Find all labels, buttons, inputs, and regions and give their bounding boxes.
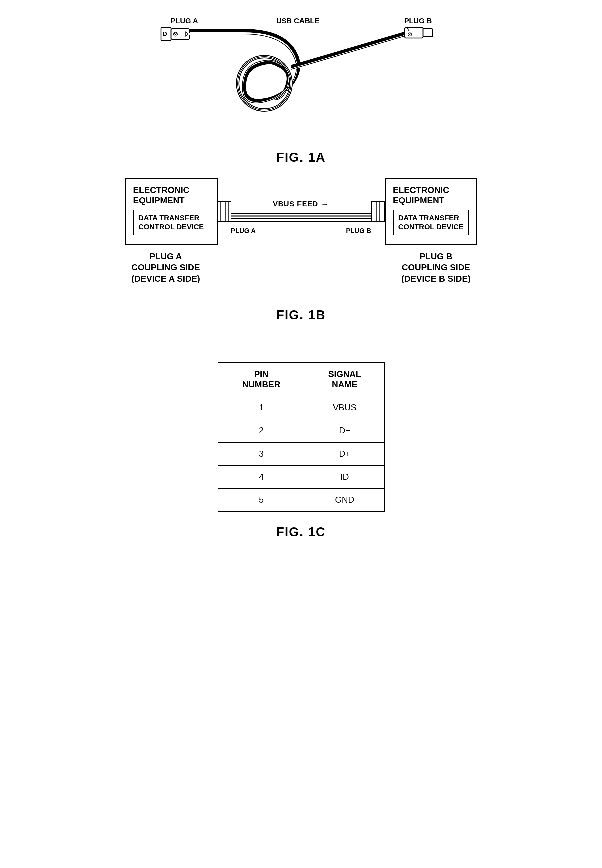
right-data-transfer-box: DATA TRANSFERCONTROL DEVICE bbox=[393, 209, 469, 235]
right-equipment-box: ELECTRONICEQUIPMENT DATA TRANSFERCONTROL… bbox=[384, 178, 477, 245]
pin-number-cell: 1 bbox=[218, 396, 305, 419]
fig1c-section: PINNUMBER SIGNALNAME 1VBUS2D−3D+4ID5GND … bbox=[0, 362, 602, 539]
fig1a-section: PLUG A USB CABLE PLUG B D ⊗ bbox=[0, 13, 602, 165]
pin-number-cell: 4 bbox=[218, 465, 305, 488]
pin-number-cell: 2 bbox=[218, 419, 305, 442]
svg-marker-7 bbox=[186, 32, 189, 36]
fig1b-label: FIG. 1B bbox=[276, 308, 326, 322]
svg-rect-14 bbox=[423, 29, 432, 37]
pin-number-cell: 3 bbox=[218, 442, 305, 465]
svg-text:D: D bbox=[163, 31, 167, 37]
signal-name-cell: D− bbox=[305, 419, 384, 442]
table-row: 4ID bbox=[218, 465, 384, 488]
signal-name-cell: D+ bbox=[305, 442, 384, 465]
pin-table: PINNUMBER SIGNALNAME 1VBUS2D−3D+4ID5GND bbox=[218, 362, 384, 512]
signal-name-cell: ID bbox=[305, 465, 384, 488]
svg-text:⊗: ⊗ bbox=[173, 30, 178, 38]
svg-text:⊗: ⊗ bbox=[407, 31, 412, 38]
left-equipment-box: ELECTRONICEQUIPMENT DATA TRANSFERCONTROL… bbox=[125, 178, 218, 245]
signal-name-cell: GND bbox=[305, 488, 384, 511]
plug-b-label-below: PLUG B bbox=[346, 227, 371, 235]
svg-rect-15 bbox=[218, 201, 231, 221]
fig1a-label: FIG. 1A bbox=[276, 150, 326, 165]
signal-name-cell: VBUS bbox=[305, 396, 384, 419]
table-row: 2D− bbox=[218, 419, 384, 442]
table-row: 1VBUS bbox=[218, 396, 384, 419]
table-row: 3D+ bbox=[218, 442, 384, 465]
col-pin-header: PINNUMBER bbox=[218, 363, 305, 396]
svg-text:USB CABLE: USB CABLE bbox=[276, 17, 319, 25]
fig1a-diagram: PLUG A USB CABLE PLUG B D ⊗ bbox=[151, 13, 451, 140]
table-row: 5GND bbox=[218, 488, 384, 511]
cable-lines bbox=[231, 210, 371, 223]
vbus-feed-label: VBUS FEED → bbox=[273, 199, 329, 209]
right-connector bbox=[371, 198, 384, 225]
svg-text:PLUG A: PLUG A bbox=[170, 17, 198, 25]
fig1c-label: FIG. 1C bbox=[276, 525, 326, 539]
svg-rect-24 bbox=[371, 201, 384, 221]
left-connector bbox=[218, 198, 231, 225]
svg-text:PLUG B: PLUG B bbox=[404, 17, 432, 25]
right-side-label: PLUG BCOUPLING SIDE(DEVICE B SIDE) bbox=[401, 251, 471, 285]
right-equipment-title: ELECTRONICEQUIPMENT bbox=[393, 185, 449, 206]
cable-section: VBUS FEED → PLUG A PLUG B bbox=[231, 199, 371, 223]
fig1b-diagram: ELECTRONICEQUIPMENT DATA TRANSFERCONTROL… bbox=[125, 178, 477, 245]
plug-a-label-below: PLUG A bbox=[231, 227, 256, 235]
left-data-transfer-box: DATA TRANSFERCONTROL DEVICE bbox=[133, 209, 209, 235]
col-signal-header: SIGNALNAME bbox=[305, 363, 384, 396]
fig1b-bottom-labels: PLUG ACOUPLING SIDE(DEVICE A SIDE) PLUG … bbox=[125, 251, 477, 285]
pin-number-cell: 5 bbox=[218, 488, 305, 511]
left-equipment-title: ELECTRONICEQUIPMENT bbox=[133, 185, 189, 206]
left-side-label: PLUG ACOUPLING SIDE(DEVICE A SIDE) bbox=[131, 251, 200, 285]
fig1b-section: ELECTRONICEQUIPMENT DATA TRANSFERCONTROL… bbox=[0, 178, 602, 322]
